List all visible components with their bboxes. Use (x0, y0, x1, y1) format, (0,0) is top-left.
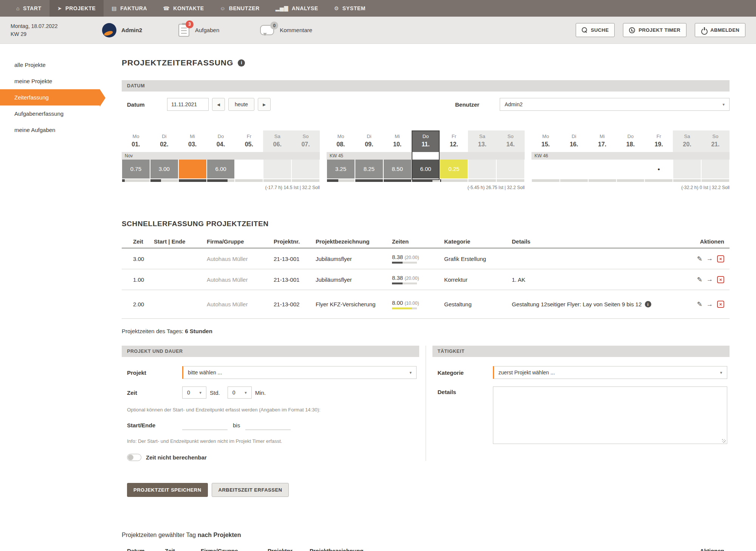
tasks-button[interactable]: 3 Aufgaben (178, 24, 219, 37)
day-value-cell[interactable] (179, 160, 206, 178)
day-value-cell[interactable]: 8.25 (355, 160, 383, 178)
bottom-table-header-row: Datum Zeit Firma/Gruppe Projektnr. Proje… (122, 546, 730, 551)
day-value-cell[interactable] (673, 160, 701, 178)
sidebar-item-meine-aufgaben[interactable]: meine Aufgaben (0, 122, 113, 138)
day-header[interactable]: So14. (496, 130, 525, 152)
week-summary: (-17.7 h) 14.5 Ist | 32.2 Soll (122, 185, 320, 190)
chevron-down-icon: ▾ (720, 370, 722, 375)
day-value-cell[interactable]: 0.25 (440, 160, 468, 178)
edit-icon[interactable]: ✎ (697, 300, 702, 308)
day-header[interactable]: Sa06. (263, 130, 291, 152)
week-label: KW 46 (531, 152, 730, 160)
day-header[interactable]: Mi10. (383, 130, 412, 152)
minutes-select[interactable]: 0 ▾ (228, 386, 252, 399)
record-worktime-button[interactable]: ARBEITSZEIT ERFASSEN (212, 483, 289, 497)
logout-button[interactable]: ABMELDEN (695, 23, 745, 37)
date-input[interactable] (167, 98, 209, 111)
nav-item-benutzer[interactable]: ☺BENUTZER (212, 0, 268, 17)
date-panel: DATUM Datum ◀ heute ▶ Benutzer Admin2 ▾ (122, 80, 730, 116)
day-value-cell[interactable]: 3.00 (150, 160, 178, 178)
day-value-cell[interactable] (292, 160, 319, 178)
nav-item-faktura[interactable]: ▤FAKTURA (104, 0, 155, 17)
day-value-cell[interactable] (235, 160, 263, 178)
day-header-selected[interactable]: Do11. (412, 130, 440, 152)
day-value-cell[interactable] (532, 160, 559, 178)
day-header[interactable]: Mo08. (327, 130, 355, 152)
day-value-cell[interactable] (702, 160, 729, 178)
nav-item-kontakte[interactable]: ☎KONTAKTE (155, 0, 212, 17)
day-header[interactable]: Mi17. (588, 130, 617, 152)
day-header[interactable]: So21. (701, 130, 730, 152)
day-header[interactable]: Mi03. (178, 130, 207, 152)
prev-day-button[interactable]: ◀ (212, 98, 225, 111)
day-header[interactable]: Sa13. (468, 130, 496, 152)
project-select[interactable]: bitte wählen ... ▾ (182, 366, 417, 379)
not-billable-toggle[interactable] (127, 454, 141, 461)
day-value-cell[interactable] (617, 160, 644, 178)
today-button[interactable]: heute (228, 98, 254, 111)
day-value-cell[interactable]: 6.00 (207, 160, 235, 178)
details-textarea[interactable] (493, 386, 727, 444)
day-header[interactable]: Fr12. (440, 130, 468, 152)
nav-item-projekte[interactable]: ➤PROJEKTE (50, 0, 104, 17)
tasks-count-badge: 3 (186, 20, 194, 28)
day-value-cell[interactable]: 3.25 (327, 160, 355, 178)
delete-icon[interactable]: × (717, 276, 724, 283)
details-info-icon[interactable]: i (645, 301, 651, 307)
project-timer-button[interactable]: PROJEKT TIMER (623, 23, 686, 37)
save-project-time-button[interactable]: PROJEKTZEIT SPEICHERN (127, 483, 208, 497)
start-time-input[interactable] (182, 420, 228, 430)
date-panel-header: DATUM (122, 80, 730, 92)
day-header[interactable]: So07. (291, 130, 320, 152)
day-value-cell[interactable] (468, 160, 496, 178)
sidebar-item-zeiterfassung[interactable]: Zeiterfassung (0, 89, 100, 106)
day-header[interactable]: Mo15. (531, 130, 560, 152)
day-header[interactable]: Di16. (560, 130, 588, 152)
hours-select[interactable]: 0 ▾ (182, 386, 206, 399)
transfer-icon[interactable]: → (706, 301, 713, 308)
day-value-cell[interactable] (589, 160, 616, 178)
home-icon: ⌂ (16, 5, 20, 11)
transfer-icon[interactable]: → (706, 255, 713, 262)
sidebar-item-aufgabenerfassung[interactable]: Aufgabenerfassung (0, 106, 113, 122)
edit-icon[interactable]: ✎ (697, 255, 702, 263)
day-value-cell[interactable]: ● (645, 160, 672, 178)
day-value-cell[interactable] (497, 160, 524, 178)
chevron-down-icon: ▾ (409, 370, 412, 375)
day-header[interactable]: Do18. (617, 130, 645, 152)
edit-icon[interactable]: ✎ (697, 276, 702, 284)
day-header[interactable]: Do04. (207, 130, 235, 152)
avatar[interactable] (102, 23, 116, 37)
end-time-input[interactable] (245, 420, 291, 430)
day-value-cell[interactable] (560, 160, 588, 178)
day-value-cell[interactable]: 0.75 (122, 160, 150, 178)
chevron-down-icon: ▾ (245, 390, 247, 395)
delete-icon[interactable]: × (717, 301, 724, 308)
username[interactable]: Admin2 (121, 27, 142, 33)
comments-button[interactable]: 0 Kommentare (260, 25, 312, 35)
next-day-button[interactable]: ▶ (258, 98, 271, 111)
nav-item-start[interactable]: ⌂START (8, 0, 50, 17)
day-value-cell[interactable]: 8.50 (384, 160, 411, 178)
day-header[interactable]: Mo01. (122, 130, 150, 152)
nav-item-system[interactable]: ⚙SYSTEM (326, 0, 373, 17)
delete-icon[interactable]: × (717, 255, 724, 262)
transfer-icon[interactable]: → (706, 276, 713, 283)
day-value-cell[interactable] (263, 160, 291, 178)
day-header[interactable]: Di09. (355, 130, 383, 152)
app-window: ⌂START ➤PROJEKTE ▤FAKTURA ☎KONTAKTE ☺BEN… (0, 0, 756, 551)
bar-chart-icon: ▂▅▇ (276, 5, 288, 11)
day-header[interactable]: Di02. (150, 130, 178, 152)
nav-item-analyse[interactable]: ▂▅▇ANALYSE (268, 0, 326, 17)
page-info-icon[interactable]: i (238, 59, 245, 67)
day-header[interactable]: Fr05. (235, 130, 263, 152)
search-button[interactable]: SUCHE (576, 23, 615, 37)
sidebar-item-meine-projekte[interactable]: meine Projekte (0, 73, 113, 89)
day-header[interactable]: Fr19. (644, 130, 673, 152)
sidebar-item-alle-projekte[interactable]: alle Projekte (0, 57, 113, 73)
user-select[interactable]: Admin2 ▾ (500, 98, 730, 111)
day-header[interactable]: Sa20. (673, 130, 701, 152)
day-value-cell-selected[interactable]: 6.00 (412, 160, 440, 178)
category-select[interactable]: zuerst Projekt wählen ... ▾ (493, 366, 727, 379)
chevron-down-icon: ▾ (199, 390, 201, 395)
